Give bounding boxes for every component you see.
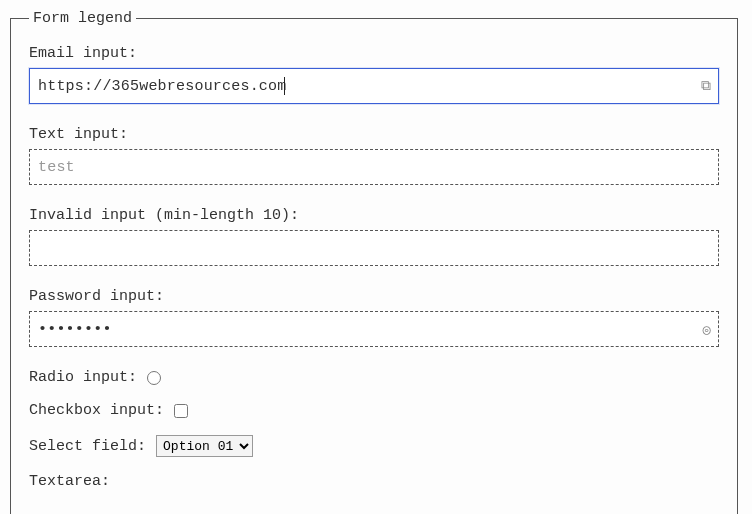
- form-fieldset: Form legend Email input: ⧉ Text input: I…: [10, 10, 738, 514]
- text-field[interactable]: [29, 149, 719, 185]
- text-label: Text input:: [29, 126, 719, 143]
- email-input-wrap: ⧉: [29, 68, 719, 104]
- invalid-input-wrap: [29, 230, 719, 266]
- select-label: Select field:: [29, 438, 146, 455]
- select-field[interactable]: Option 01: [156, 435, 253, 457]
- radio-label: Radio input:: [29, 369, 137, 386]
- password-field[interactable]: [29, 311, 719, 347]
- email-label: Email input:: [29, 45, 719, 62]
- email-field[interactable]: [29, 68, 719, 104]
- radio-input[interactable]: [147, 371, 161, 385]
- textarea-label: Textarea:: [29, 473, 719, 490]
- invalid-field[interactable]: [29, 230, 719, 266]
- form-legend: Form legend: [29, 10, 136, 27]
- checkbox-label: Checkbox input:: [29, 402, 164, 419]
- text-input-wrap: [29, 149, 719, 185]
- password-label: Password input:: [29, 288, 719, 305]
- invalid-label: Invalid input (min-length 10):: [29, 207, 719, 224]
- checkbox-input[interactable]: [174, 404, 188, 418]
- password-input-wrap: ◎: [29, 311, 719, 347]
